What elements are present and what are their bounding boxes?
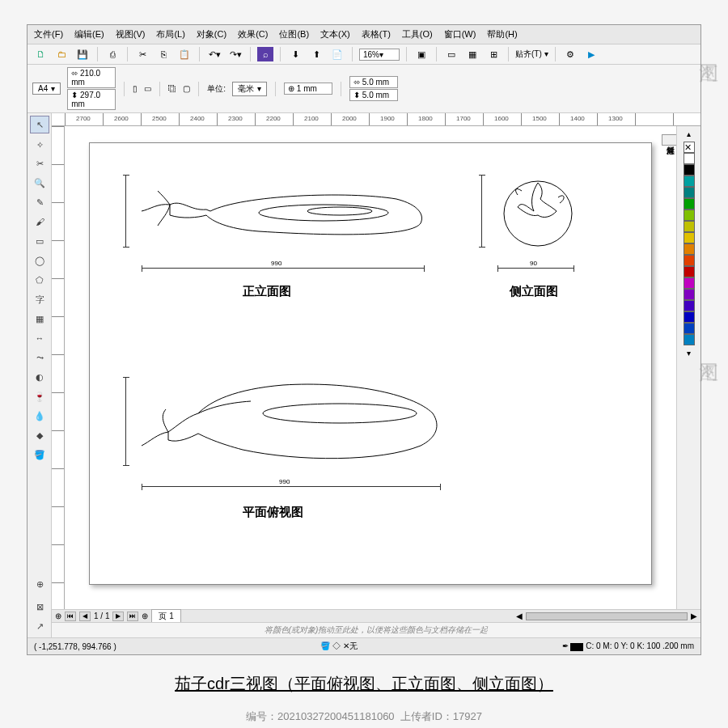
paste-icon[interactable]: 📋 (176, 47, 193, 61)
menu-tools[interactable]: 工具(O) (402, 28, 433, 40)
menu-window[interactable]: 窗口(W) (444, 28, 476, 40)
color-swatch[interactable] (684, 243, 695, 255)
color-swatch[interactable] (684, 198, 695, 210)
duplicate-x[interactable]: ⬄ 5.0 mm (349, 76, 398, 88)
eyedropper-tool[interactable]: 💧 (30, 407, 49, 425)
outline-indicator[interactable]: ✒ C: 0 M: 0 Y: 0 K: 100 .200 mm (562, 641, 694, 650)
canvas[interactable]: 990 正立面图 90 侧立面图 (65, 126, 676, 609)
transparency-tool[interactable]: 🍷 (30, 387, 49, 405)
export-icon[interactable]: ⬆ (308, 47, 324, 61)
color-swatch[interactable] (684, 221, 695, 232)
ellipse-tool[interactable]: ◯ (30, 252, 49, 269)
menu-view[interactable]: 视图(V) (116, 28, 146, 40)
color-swatch[interactable] (684, 255, 695, 266)
smart-fill-tool[interactable]: 🪣 (30, 446, 49, 463)
import-icon[interactable]: ⬇ (287, 47, 303, 61)
freehand-tool[interactable]: ✎ (30, 193, 49, 211)
save-icon[interactable]: 💾 (74, 47, 91, 61)
all-pages-icon[interactable]: ⿻ (168, 84, 176, 93)
pick-tool[interactable]: ↖ (30, 116, 49, 133)
add-page-icon[interactable]: ⊕ (55, 612, 61, 620)
last-page-button[interactable]: ⏭ (127, 612, 138, 621)
color-swatch[interactable] (684, 164, 695, 176)
menu-text[interactable]: 文本(X) (320, 28, 350, 40)
color-swatch[interactable] (684, 277, 695, 289)
page-preset-dropdown[interactable]: A4 ▾ (32, 83, 61, 95)
ruler-vertical[interactable] (52, 126, 65, 609)
publish-icon[interactable]: 📄 (329, 47, 345, 61)
color-swatch[interactable] (684, 153, 695, 164)
color-swatch[interactable] (684, 323, 695, 334)
color-swatch[interactable] (684, 289, 695, 300)
show-rulers-icon[interactable]: ▭ (443, 47, 459, 61)
first-page-button[interactable]: ⏮ (65, 612, 76, 621)
color-swatch[interactable] (684, 232, 695, 243)
quick-customize-icon[interactable]: ⊕ (30, 575, 49, 593)
menu-object[interactable]: 对象(C) (197, 28, 226, 40)
zoom-tool[interactable]: 🔍 (30, 174, 49, 192)
page-width[interactable]: ⬄ 210.0 mm (67, 67, 116, 88)
menu-file[interactable]: 文件(F) (34, 28, 63, 40)
duplicate-y[interactable]: ⬍ 5.0 mm (349, 89, 398, 101)
artistic-media-tool[interactable]: 🖌 (30, 213, 49, 231)
polygon-tool[interactable]: ⬠ (30, 271, 49, 289)
color-swatch[interactable] (684, 266, 695, 277)
object-properties-docker[interactable]: 对象属性 (662, 134, 676, 146)
color-swatch[interactable] (684, 311, 695, 323)
hscroll-right[interactable]: ▶ (691, 612, 697, 620)
menu-table[interactable]: 表格(T) (362, 28, 391, 40)
outline-color-indicator: ↗ (30, 617, 49, 635)
menu-help[interactable]: 帮助(H) (487, 28, 517, 40)
fill-indicator[interactable]: 🪣 ◇ ✕无 (320, 641, 358, 652)
color-swatch[interactable] (684, 210, 695, 221)
next-page-button[interactable]: ▶ (112, 612, 124, 621)
shape-tool[interactable]: ⟡ (30, 135, 49, 153)
prev-page-button[interactable]: ◀ (79, 612, 91, 621)
color-swatch[interactable] (684, 334, 695, 345)
menu-layout[interactable]: 布局(L) (156, 28, 184, 40)
zoom-level[interactable]: 16% ▾ (359, 49, 400, 61)
open-icon[interactable]: 🗀 (53, 47, 70, 61)
rectangle-tool[interactable]: ▭ (30, 232, 49, 250)
copy-icon[interactable]: ⎘ (155, 47, 171, 61)
document-palette-hint: 将颜色(或对象)拖动至此处，以便将这些颜色与文档存储在一起 (52, 622, 700, 637)
print-icon[interactable]: ⎙ (104, 47, 121, 61)
color-swatch[interactable] (684, 187, 695, 198)
add-page-after-icon[interactable]: ⊕ (142, 612, 148, 620)
hscroll-left[interactable]: ◀ (516, 612, 523, 620)
show-guides-icon[interactable]: ⊞ (485, 47, 502, 61)
snap-dropdown[interactable]: 贴齐(T) ▾ (515, 49, 548, 60)
menu-edit[interactable]: 编辑(E) (74, 28, 104, 40)
options-icon[interactable]: ⚙ (562, 47, 578, 61)
launch-icon[interactable]: ▶ (583, 47, 599, 61)
interactive-fill-tool[interactable]: ◆ (30, 426, 49, 444)
cut-icon[interactable]: ✂ (134, 47, 150, 61)
menu-effects[interactable]: 效果(C) (238, 28, 268, 40)
cursor-position: ( -1,251.778, 994.766 ) (34, 642, 116, 651)
search-icon[interactable]: ⌕ (257, 47, 273, 61)
hscrollbar[interactable] (526, 612, 688, 620)
ruler-horizontal[interactable]: 2700 2600 2500 2400 2300 2200 2100 2000 … (52, 113, 700, 126)
new-icon[interactable]: 🗋 (32, 47, 49, 61)
color-swatch[interactable] (684, 300, 695, 311)
landscape-icon[interactable]: ▭ (144, 84, 151, 93)
current-page-icon[interactable]: ▢ (183, 84, 190, 93)
table-tool[interactable]: ▦ (30, 310, 49, 328)
nudge-distance[interactable]: ⊕ 1 mm (284, 83, 332, 95)
menu-bitmap[interactable]: 位图(B) (279, 28, 309, 40)
crop-tool[interactable]: ✂ (30, 154, 49, 172)
units-dropdown[interactable]: 毫米 ▾ (232, 82, 267, 96)
redo-icon[interactable]: ↷▾ (227, 47, 243, 61)
show-grid-icon[interactable]: ▦ (464, 47, 480, 61)
undo-icon[interactable]: ↶▾ (206, 47, 222, 61)
dimension-tool[interactable]: ↔ (30, 329, 49, 347)
fullscreen-icon[interactable]: ▣ (413, 47, 430, 61)
portrait-icon[interactable]: ▯ (133, 84, 138, 93)
connector-tool[interactable]: ⤳ (30, 349, 49, 366)
drop-shadow-tool[interactable]: ◐ (30, 368, 49, 386)
color-swatch[interactable] (684, 176, 695, 187)
text-tool[interactable]: 字 (30, 290, 49, 308)
page-height[interactable]: ⬍ 297.0 mm (67, 89, 116, 110)
no-color-swatch[interactable]: ✕ (684, 142, 695, 153)
page-tab-1[interactable]: 页 1 (151, 609, 180, 624)
